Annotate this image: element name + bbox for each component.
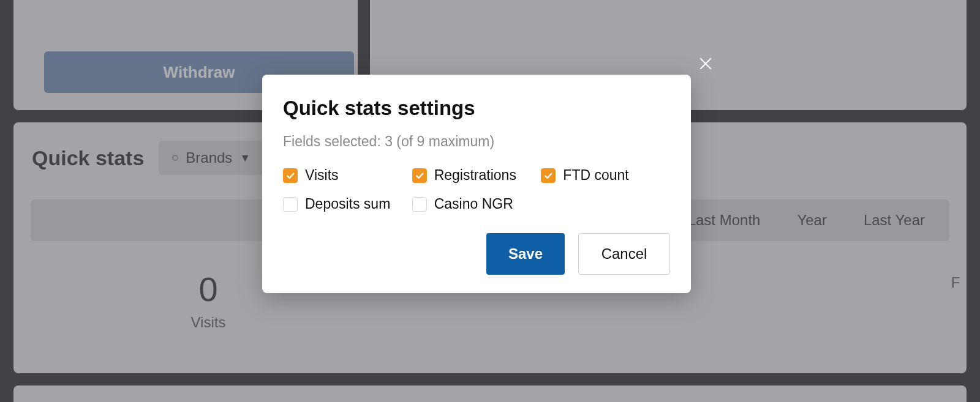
check-label: Visits <box>305 167 339 184</box>
save-label: Save <box>508 245 543 262</box>
modal-title: Quick stats settings <box>283 97 670 120</box>
save-button[interactable]: Save <box>486 233 565 275</box>
cancel-label: Cancel <box>601 245 647 262</box>
check-deposits-sum[interactable]: Deposits sum <box>283 196 412 212</box>
checkbox-grid: Visits Registrations FTD count Deposits … <box>283 167 670 212</box>
checkbox-icon <box>283 168 298 183</box>
check-visits[interactable]: Visits <box>283 167 412 184</box>
checkbox-icon <box>283 197 298 212</box>
cancel-button[interactable]: Cancel <box>578 233 670 275</box>
modal-actions: Save Cancel <box>283 233 670 275</box>
checkbox-icon <box>412 197 427 212</box>
modal-subtitle: Fields selected: 3 (of 9 maximum) <box>283 133 670 150</box>
check-label: Registrations <box>434 167 516 184</box>
checkbox-icon <box>541 168 556 183</box>
check-ftd-count[interactable]: FTD count <box>541 167 670 184</box>
close-icon[interactable] <box>697 55 714 72</box>
check-casino-ngr[interactable]: Casino NGR <box>412 196 541 212</box>
check-registrations[interactable]: Registrations <box>412 167 541 184</box>
check-label: Casino NGR <box>434 196 513 212</box>
quick-stats-settings-modal: Quick stats settings Fields selected: 3 … <box>262 75 691 293</box>
checkbox-icon <box>412 168 427 183</box>
check-label: Deposits sum <box>305 196 390 212</box>
check-label: FTD count <box>563 167 628 184</box>
